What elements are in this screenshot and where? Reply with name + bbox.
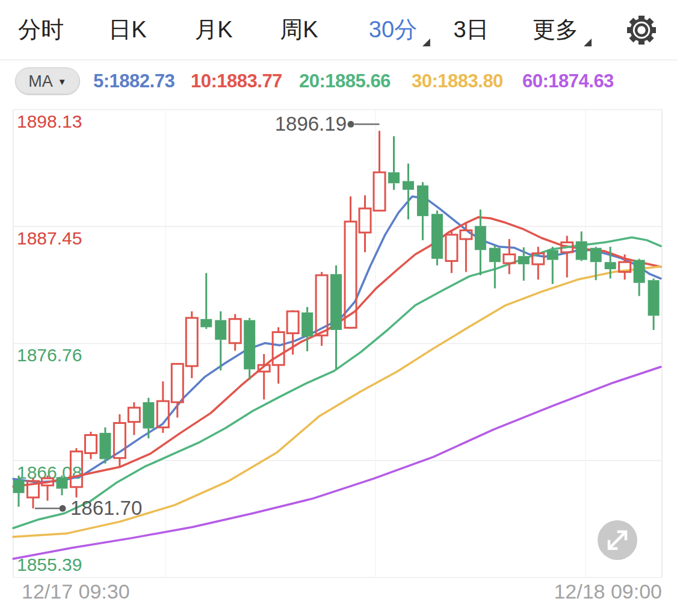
ma5-value: 5:1882.73 [93, 70, 175, 92]
tab-30min[interactable]: 30分 [369, 0, 417, 60]
candle-body [273, 332, 284, 366]
tab-daily-k[interactable]: 日K [108, 0, 146, 60]
candle-body [70, 452, 82, 487]
expand-fullscreen-button[interactable] [598, 520, 637, 560]
candle-body [489, 248, 501, 263]
expand-icon [598, 520, 637, 560]
candle-body [605, 262, 616, 269]
tab-monthly-k[interactable]: 月K [194, 0, 232, 60]
tab-timeline[interactable]: 分时 [18, 0, 64, 60]
ma60-line [13, 367, 661, 559]
candle-body [13, 480, 25, 493]
candle-body [576, 241, 587, 260]
dropdown-caret-icon [422, 39, 430, 46]
ma-selector[interactable]: MA ▼ [15, 67, 80, 95]
x-axis-label-right: 12/18 09:00 [554, 580, 662, 603]
tab-more[interactable]: 更多 [533, 0, 578, 60]
stock-chart-app: 分时 日K 月K 周K 30分 3日 更多 [0, 0, 677, 616]
candle-body [403, 181, 414, 190]
high-annotation: 1896.19 [275, 113, 347, 135]
ma10-value: 10:1883.77 [191, 70, 282, 92]
candle-body [460, 231, 472, 240]
x-axis-label-left: 12/17 09:30 [22, 580, 130, 603]
tab-weekly-k[interactable]: 周K [280, 0, 318, 60]
candle-body [330, 274, 342, 330]
candle-body [186, 318, 197, 366]
low-annotation: 1861.70 [70, 497, 142, 520]
candle-body [244, 320, 255, 370]
candlestick-chart[interactable]: 1898.13 1887.45 1876.76 1866.08 1855.39 … [0, 102, 677, 616]
low-marker-dot [60, 505, 66, 512]
ma20-value: 20:1885.66 [299, 70, 391, 92]
candle-body [446, 235, 457, 261]
candle-body [56, 477, 67, 488]
chart-canvas [0, 102, 677, 616]
candle-body [388, 172, 400, 183]
candle-body [172, 364, 183, 402]
candle-body [215, 320, 226, 340]
candle-body [431, 214, 443, 259]
candle-body [200, 319, 212, 328]
settings-button[interactable] [622, 0, 661, 60]
candle-body [143, 402, 154, 429]
ma30-value: 30:1883.80 [412, 70, 503, 92]
chart-period-tabbar: 分时 日K 月K 周K 30分 3日 更多 [0, 0, 677, 60]
candle-body [229, 319, 241, 343]
candle-body [547, 250, 558, 260]
ma60-value: 60:1874.63 [522, 70, 614, 92]
candle-body [359, 208, 371, 232]
dropdown-caret-icon [584, 39, 592, 46]
candle-body [475, 226, 486, 250]
candle-body [518, 256, 530, 264]
candle-body [85, 435, 96, 453]
candle-body [301, 313, 313, 337]
candle-body [287, 311, 298, 333]
gear-icon [622, 10, 661, 50]
tab-3day[interactable]: 3日 [453, 0, 489, 60]
ma-toolbar: MA ▼ 5:1882.73 10:1883.77 20:1885.66 30:… [0, 60, 677, 102]
candle-body [417, 185, 428, 216]
candle-body [128, 408, 140, 422]
candle-body [634, 260, 645, 283]
candle-body [648, 280, 660, 316]
candle-body [99, 433, 111, 459]
ma-selector-caret-icon: ▼ [58, 77, 67, 86]
candle-body [590, 248, 602, 263]
high-marker-dot [348, 121, 354, 128]
